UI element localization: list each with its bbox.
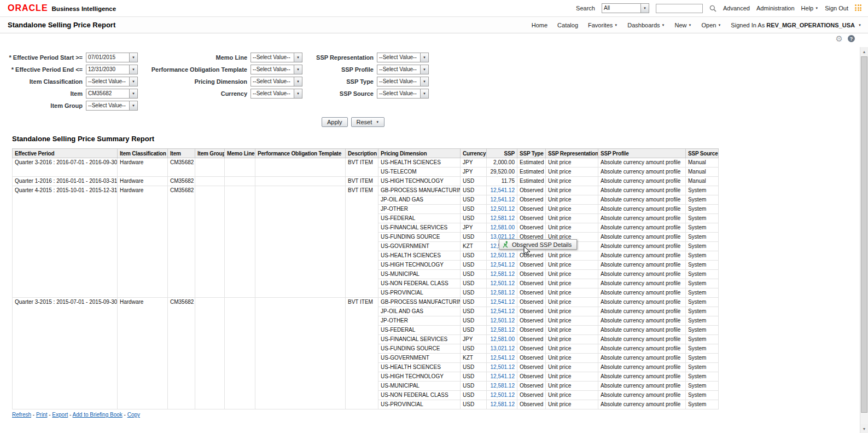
table-cell[interactable]: 12,581.12: [487, 214, 517, 223]
nav-item-new[interactable]: New▼: [675, 22, 692, 28]
ssp-value-link[interactable]: 12,581.00: [491, 224, 515, 230]
ssp-value-link[interactable]: 12,541.12: [491, 355, 515, 361]
ssp-value-link[interactable]: 12,581.12: [491, 215, 515, 221]
ssp-value-link[interactable]: 12,581.12: [491, 401, 515, 407]
filter-select-performance-obligation-template[interactable]: --Select Value--▼: [251, 65, 302, 74]
chevron-down-icon[interactable]: ▼: [129, 101, 137, 110]
ssp-value-link[interactable]: 12,581.00: [491, 336, 515, 342]
search-icon[interactable]: [709, 5, 716, 12]
chevron-down-icon[interactable]: ▼: [294, 77, 302, 86]
ssp-value-link[interactable]: 12,581.12: [491, 327, 515, 333]
filter-select-item-classification[interactable]: --Select Value--▼: [86, 77, 138, 86]
reset-button[interactable]: Reset ▼: [351, 117, 385, 127]
ssp-value-link[interactable]: 12,501.12: [491, 317, 515, 324]
table-cell[interactable]: 12,581.12: [487, 326, 517, 335]
filter-select-pricing-dimension[interactable]: --Select Value--▼: [251, 77, 302, 86]
table-cell[interactable]: 12,501.12: [487, 279, 517, 288]
filter-select-ssp-source[interactable]: --Select Value--▼: [377, 89, 429, 99]
help-menu[interactable]: Help▼: [801, 5, 819, 11]
table-cell[interactable]: 12,581.12: [487, 270, 517, 279]
ssp-value-link[interactable]: 12,541.12: [491, 197, 515, 203]
chevron-down-icon[interactable]: ▼: [420, 53, 428, 62]
table-cell[interactable]: 12,541.12: [487, 195, 517, 205]
ssp-value-link[interactable]: 12,581.12: [491, 290, 515, 296]
filter-select-item[interactable]: CM35682▼: [86, 89, 138, 99]
chevron-down-icon[interactable]: ▼: [420, 89, 428, 98]
table-cell[interactable]: 12,541.12: [487, 354, 517, 363]
table-cell[interactable]: 12,501.12: [487, 391, 517, 400]
ssp-value-link[interactable]: 12,541.12: [491, 299, 515, 305]
footer-link-export[interactable]: Export: [52, 412, 68, 418]
scroll-down-button[interactable]: ▼: [860, 424, 868, 433]
ssp-value-link[interactable]: 12,501.12: [491, 392, 515, 398]
filter-select-effective-period-start[interactable]: 07/01/2015▼: [86, 53, 138, 62]
footer-link-refresh[interactable]: Refresh: [12, 412, 31, 418]
footer-link-copy[interactable]: Copy: [127, 412, 140, 418]
filter-select-ssp-profile[interactable]: --Select Value--▼: [377, 65, 429, 74]
ssp-value-link[interactable]: 12,501.12: [491, 252, 515, 258]
footer-link-print[interactable]: Print: [36, 412, 48, 418]
apply-button[interactable]: Apply: [322, 117, 348, 127]
table-cell[interactable]: 12,541.12: [487, 307, 517, 316]
advanced-link[interactable]: Advanced: [723, 5, 750, 11]
search-scope-select[interactable]: All ▼: [602, 3, 649, 13]
ssp-value-link[interactable]: 12,581.12: [491, 271, 515, 277]
table-cell[interactable]: 12,541.12: [487, 372, 517, 382]
ssp-value-link[interactable]: 12,541.12: [491, 373, 515, 379]
help-icon[interactable]: ?: [848, 35, 855, 42]
chevron-down-icon[interactable]: ▼: [420, 65, 428, 74]
vertical-scrollbar[interactable]: ▲ ▼: [860, 47, 868, 433]
table-cell[interactable]: 12,501.12: [487, 251, 517, 261]
table-cell[interactable]: 12,541.12: [487, 261, 517, 270]
table-cell[interactable]: 12,501.12: [487, 316, 517, 326]
chevron-down-icon[interactable]: ▼: [129, 77, 137, 86]
table-cell[interactable]: 12,581.00: [487, 223, 517, 233]
ssp-value-link[interactable]: 12,501.12: [491, 206, 515, 212]
nav-item-favorites[interactable]: Favorites▼: [588, 22, 617, 28]
ssp-value-link[interactable]: 12,541.12: [491, 308, 515, 314]
ssp-value-link[interactable]: 12,501.12: [491, 364, 515, 370]
chevron-down-icon[interactable]: ▼: [129, 53, 137, 62]
chevron-down-icon[interactable]: ▼: [294, 53, 302, 62]
table-cell[interactable]: 12,581.12: [487, 400, 517, 409]
filter-select-ssp-representation[interactable]: --Select Value--▼: [377, 53, 429, 62]
apps-grid-icon[interactable]: [855, 4, 863, 12]
chevron-down-icon[interactable]: ▼: [294, 65, 302, 74]
ssp-value-link[interactable]: 12,581.12: [491, 383, 515, 389]
nav-item-open[interactable]: Open▼: [701, 22, 721, 28]
filter-select-effective-period-end[interactable]: 12/31/2030▼: [86, 65, 138, 74]
table-cell[interactable]: 12,501.12: [487, 205, 517, 214]
chevron-down-icon[interactable]: ▼: [294, 89, 302, 98]
filter-select-currency[interactable]: --Select Value--▼: [251, 89, 302, 99]
table-cell[interactable]: 13,021.12: [487, 344, 517, 354]
scrollbar-thumb[interactable]: [861, 56, 867, 413]
signed-in-menu[interactable]: Signed In As REV_MGR_OPERATIONS_USA ▼: [731, 22, 861, 28]
ssp-value-link[interactable]: 13,021.12: [491, 345, 515, 351]
footer-link-add-to-briefing-book[interactable]: Add to Briefing Book: [73, 412, 123, 418]
filter-select-ssp-type[interactable]: --Select Value--▼: [377, 77, 429, 86]
table-cell[interactable]: 12,581.12: [487, 288, 517, 298]
nav-item-dashboards[interactable]: Dashboards▼: [627, 22, 665, 28]
administration-link[interactable]: Administration: [756, 5, 795, 11]
table-cell[interactable]: 12,501.12: [487, 363, 517, 372]
sign-out-link[interactable]: Sign Out: [825, 5, 848, 11]
search-input[interactable]: [656, 4, 703, 13]
gear-icon[interactable]: ⚙: [836, 34, 843, 43]
nav-item-catalog[interactable]: Catalog: [557, 22, 578, 28]
nav-item-home[interactable]: Home: [532, 22, 547, 28]
observed-ssp-details-tooltip[interactable]: Observed SSP Details: [499, 239, 577, 250]
chevron-down-icon[interactable]: ▼: [420, 77, 428, 86]
filter-select-item-group[interactable]: --Select Value--▼: [86, 101, 138, 111]
ssp-value-link[interactable]: 12,501.12: [491, 280, 515, 286]
ssp-value-link[interactable]: 12,541.12: [491, 187, 515, 193]
table-cell[interactable]: 12,541.12: [487, 186, 517, 195]
chevron-down-icon[interactable]: ▼: [129, 65, 137, 74]
scroll-up-button[interactable]: ▲: [860, 47, 868, 56]
chevron-down-icon[interactable]: ▼: [129, 89, 137, 98]
filter-select-memo-line[interactable]: --Select Value--▼: [251, 53, 302, 62]
table-cell[interactable]: 12,581.12: [487, 382, 517, 391]
table-cell[interactable]: 12,541.12: [487, 298, 517, 307]
chevron-down-icon[interactable]: ▼: [640, 4, 649, 13]
ssp-value-link[interactable]: 12,541.12: [491, 262, 515, 268]
table-cell[interactable]: 12,581.00: [487, 335, 517, 344]
